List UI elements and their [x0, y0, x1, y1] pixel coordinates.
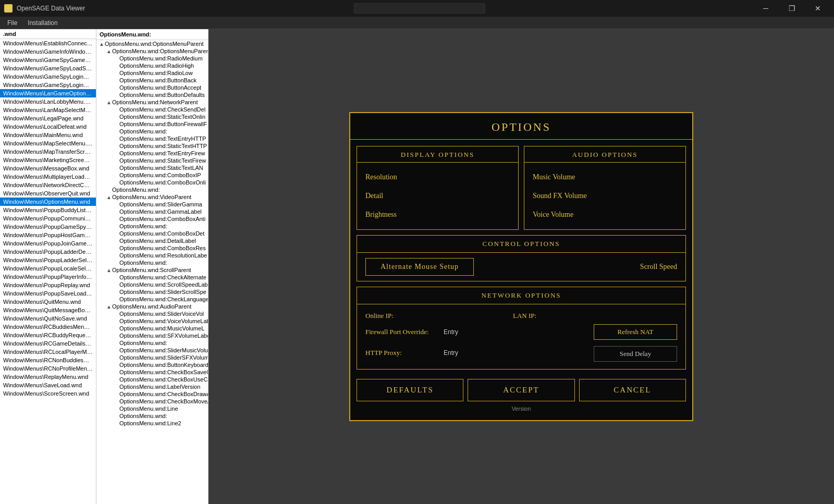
- tree-item[interactable]: OptionsMenu.wnd:ResolutionLabe: [96, 252, 208, 259]
- tree-item[interactable]: OptionsMenu.wnd:CheckLanguageFilt: [96, 296, 208, 303]
- tree-item[interactable]: ▲OptionsMenu.wnd:NetworkParent: [96, 99, 208, 106]
- tree-item[interactable]: OptionsMenu.wnd:LabelVersion: [96, 383, 208, 390]
- close-button[interactable]: ✕: [806, 0, 830, 17]
- tree-item[interactable]: OptionsMenu.wnd:Line2: [96, 420, 208, 427]
- tree-item[interactable]: OptionsMenu.wnd:RadioMedium: [96, 55, 208, 62]
- tree-item[interactable]: OptionsMenu.wnd:SliderSFXVolume: [96, 354, 208, 361]
- restore-button[interactable]: ❐: [780, 0, 804, 17]
- tree-item[interactable]: OptionsMenu.wnd:MusicVolumeL: [96, 325, 208, 332]
- defaults-button[interactable]: DEFAULTS: [357, 379, 463, 401]
- file-item[interactable]: Window\Menus\PopupSaveLoad.wnd: [0, 289, 96, 298]
- file-item[interactable]: Window\Menus\PopupLadderDetails.wnd: [0, 248, 96, 256]
- file-item[interactable]: Window\Menus\GameInfoWindow.wnd: [0, 47, 96, 56]
- tree-item[interactable]: OptionsMenu.wnd:GammaLabel: [96, 208, 208, 215]
- tree-item[interactable]: ▲OptionsMenu.wnd:ScrollParent: [96, 266, 208, 274]
- file-item[interactable]: Window\Menus\GameSpyGameOptions\: [0, 56, 96, 64]
- file-item[interactable]: Window\Menus\QuitMenu.wnd: [0, 298, 96, 306]
- tree-item[interactable]: OptionsMenu.wnd:RadioHigh: [96, 62, 208, 69]
- file-item[interactable]: Window\Menus\PopupPlayerInfo.wnd: [0, 273, 96, 281]
- file-item[interactable]: Window\Menus\GameSpyLoginProfile.wn: [0, 72, 96, 81]
- file-item[interactable]: Window\Menus\PopupLocaleSelect.wnd: [0, 264, 96, 273]
- file-item[interactable]: Window\Menus\PopupHostGame.wnd: [0, 231, 96, 239]
- file-item[interactable]: Window\Menus\PopupCommunicator.wnd: [0, 214, 96, 223]
- tree-item[interactable]: OptionsMenu.wnd:SliderScrollSpe: [96, 288, 208, 296]
- tree-item[interactable]: OptionsMenu.wnd:ButtonFirewallF: [96, 120, 208, 128]
- tree-item[interactable]: OptionsMenu.wnd:SFXVolumeLabel: [96, 332, 208, 339]
- tree-item[interactable]: OptionsMenu.wnd:ButtonKeyboardO: [96, 361, 208, 368]
- file-item[interactable]: Window\Menus\PopupReplay.wnd: [0, 281, 96, 289]
- tree-item[interactable]: OptionsMenu.wnd:StaticTextOnlin: [96, 113, 208, 120]
- tree-item[interactable]: OptionsMenu.wnd:ButtonDefaults: [96, 91, 208, 99]
- tree-item[interactable]: OptionsMenu.wnd:CheckBoxUseCam: [96, 376, 208, 383]
- tree-item[interactable]: OptionsMenu.wnd:SliderVoiceVol: [96, 310, 208, 317]
- tree-item[interactable]: OptionsMenu.wnd:ScrollSpeedLab: [96, 281, 208, 288]
- file-item[interactable]: Window\Menus\PopupJoinGame.wnd: [0, 239, 96, 248]
- tree-item[interactable]: OptionsMenu.wnd:: [96, 412, 208, 420]
- tree-item[interactable]: OptionsMenu.wnd:StaticTextFirew: [96, 157, 208, 164]
- file-item[interactable]: Window\Menus\ObserverQuit.wnd: [0, 189, 96, 198]
- tree-item[interactable]: OptionsMenu.wnd:ComboBoxAnti: [96, 215, 208, 223]
- file-item[interactable]: Window\Menus\MainMenu.wnd: [0, 131, 96, 139]
- menu-installation[interactable]: Installation: [22, 18, 63, 28]
- tree-item[interactable]: OptionsMenu.wnd:ButtonAccept: [96, 84, 208, 91]
- file-item[interactable]: Window\Menus\LocalDefeat.wnd: [0, 122, 96, 131]
- minimize-button[interactable]: ─: [754, 0, 778, 17]
- tree-item[interactable]: OptionsMenu.wnd:ButtonBack: [96, 77, 208, 84]
- file-item[interactable]: Window\Menus\ScoreScreen.wnd: [0, 389, 96, 398]
- file-item[interactable]: Window\Menus\LanGameOptionsMenu.v: [0, 89, 96, 97]
- file-item[interactable]: Window\Menus\RCBuddyRequestMenu.w: [0, 331, 96, 339]
- tree-item[interactable]: OptionsMenu.wnd:TextEntryHTTP: [96, 135, 208, 142]
- file-item[interactable]: Window\Menus\GameSpyLoadScreen.wn: [0, 64, 96, 72]
- tree-item[interactable]: OptionsMenu.wnd:: [96, 128, 208, 135]
- tree-item[interactable]: ▲OptionsMenu.wnd:VideoParent: [96, 193, 208, 201]
- file-item[interactable]: Window\Menus\PopupLadderSelect.wnd: [0, 256, 96, 264]
- file-item[interactable]: Window\Menus\RCLocalPlayerMenu.wnd: [0, 348, 96, 356]
- tree-item[interactable]: OptionsMenu.wnd:: [96, 259, 208, 266]
- file-item[interactable]: Window\Menus\RCNonBuddiesMenu.wnd: [0, 356, 96, 364]
- tree-item[interactable]: ▲OptionsMenu.wnd:OptionsMenuParentO: [96, 47, 208, 55]
- file-item[interactable]: Window\Menus\LegalPage.wnd: [0, 114, 96, 122]
- file-item[interactable]: Window\Menus\LanMapSelectMenu.wnd: [0, 106, 96, 114]
- refresh-nat-button[interactable]: Refresh NAT: [594, 324, 677, 340]
- tree-item[interactable]: ▲OptionsMenu.wnd:OptionsMenuParent: [96, 40, 208, 47]
- tree-item[interactable]: OptionsMenu.wnd:TextEntryFirew: [96, 150, 208, 157]
- tree-item[interactable]: OptionsMenu.wnd:ComboBoxDet: [96, 230, 208, 237]
- tree-item[interactable]: OptionsMenu.wnd:: [96, 186, 208, 193]
- cancel-button[interactable]: CANCEL: [579, 379, 686, 401]
- tree-item[interactable]: OptionsMenu.wnd:SliderGamma: [96, 201, 208, 208]
- file-item[interactable]: Window\Menus\RCGameDetailsMenu.wn: [0, 339, 96, 348]
- file-item[interactable]: Window\Menus\QuitNoSave.wnd: [0, 314, 96, 323]
- file-item[interactable]: Window\Menus\NetworkDirectConnect.w: [0, 181, 96, 189]
- file-item[interactable]: Window\Menus\RCNoProfileMenu.wnd: [0, 364, 96, 373]
- tree-item[interactable]: OptionsMenu.wnd:CheckBoxDrawAnc: [96, 390, 208, 398]
- file-item[interactable]: Window\Menus\MapSelectMenu.wnd: [0, 139, 96, 147]
- alternate-mouse-button[interactable]: Alternate Mouse Setup: [365, 258, 474, 276]
- tree-item[interactable]: OptionsMenu.wnd:StaticTextHTTP: [96, 142, 208, 150]
- file-item[interactable]: Window\Menus\MarketingScreen.wnd: [0, 156, 96, 164]
- tree-item[interactable]: OptionsMenu.wnd:CheckSendDel: [96, 106, 208, 113]
- file-item[interactable]: Window\Menus\RCBuddiesMenu.wnd: [0, 323, 96, 331]
- file-item[interactable]: Window\Menus\MultiplayerLoadScreen.v: [0, 173, 96, 181]
- tree-item[interactable]: OptionsMenu.wnd:ComboBoxIP: [96, 171, 208, 179]
- file-item[interactable]: Window\Menus\MapTransferScreen.wnd: [0, 147, 96, 156]
- tree-item[interactable]: OptionsMenu.wnd:StaticTextLAN: [96, 164, 208, 171]
- tree-item[interactable]: OptionsMenu.wnd:Line: [96, 405, 208, 412]
- tree-item[interactable]: OptionsMenu.wnd:CheckAlternate: [96, 274, 208, 281]
- file-item[interactable]: Window\Menus\SaveLoad.wnd: [0, 381, 96, 389]
- file-item[interactable]: Window\Menus\GameSpyLoginQuick.wn: [0, 81, 96, 89]
- tree-item[interactable]: OptionsMenu.wnd:DetailLabel: [96, 237, 208, 244]
- file-item[interactable]: Window\Menus\PopupGameSpyCreateGa: [0, 223, 96, 231]
- file-item[interactable]: Window\Menus\ReplayMenu.wnd: [0, 373, 96, 381]
- menu-file[interactable]: File: [2, 18, 22, 28]
- tree-item[interactable]: OptionsMenu.wnd:SliderMusicVolum: [96, 347, 208, 354]
- file-item[interactable]: Window\Menus\EstablishConnectionsScrn: [0, 39, 96, 47]
- accept-button[interactable]: ACCEPT: [468, 379, 574, 401]
- tree-item[interactable]: OptionsMenu.wnd:: [96, 223, 208, 230]
- tree-item[interactable]: OptionsMenu.wnd:CheckBoxSaveCam: [96, 368, 208, 376]
- tree-item[interactable]: ▲OptionsMenu.wnd:AudioParent: [96, 303, 208, 310]
- tree-item[interactable]: OptionsMenu.wnd:RadioLow: [96, 69, 208, 77]
- send-delay-button[interactable]: Send Delay: [594, 346, 677, 362]
- tree-item[interactable]: OptionsMenu.wnd:: [96, 339, 208, 347]
- tree-item[interactable]: OptionsMenu.wnd:ComboBoxRes: [96, 244, 208, 252]
- title-search-input[interactable]: [354, 3, 485, 14]
